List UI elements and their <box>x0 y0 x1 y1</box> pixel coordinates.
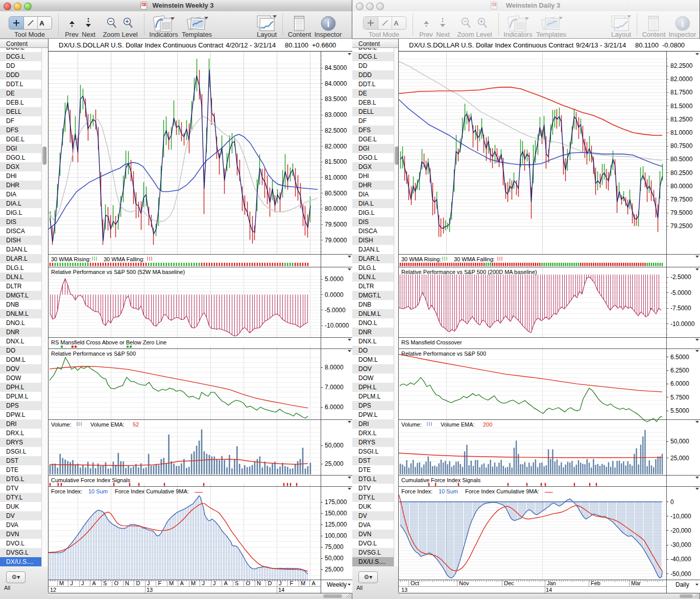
svg-text:i: i <box>327 18 330 29</box>
svg-text:A: A <box>394 19 399 27</box>
svg-text:i: i <box>681 18 684 29</box>
svg-text:A: A <box>39 19 44 27</box>
